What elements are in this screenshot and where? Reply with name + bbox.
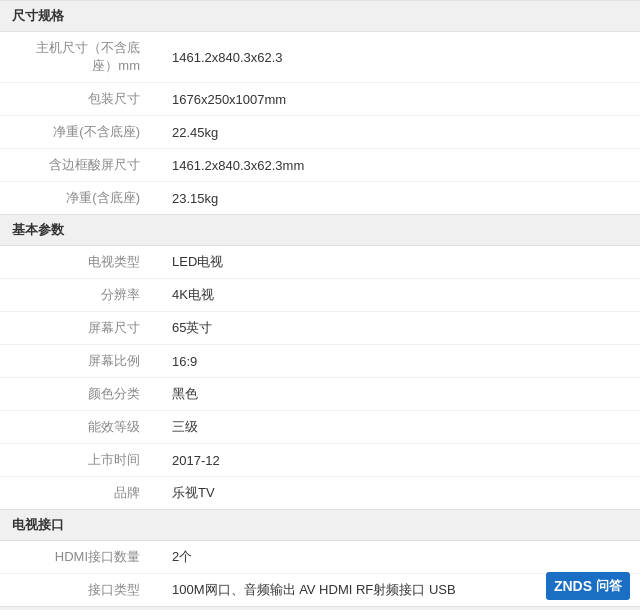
spec-label: 上市时间 — [0, 444, 160, 477]
section-header-tv-interface: 电视接口 — [0, 509, 640, 541]
spec-value: 22.45kg — [160, 116, 640, 149]
spec-label: 主机尺寸（不含底座）mm — [0, 32, 160, 83]
spec-label: 品牌 — [0, 477, 160, 510]
table-row: 接口类型100M网口、音频输出 AV HDMI RF射频接口 USB — [0, 574, 640, 607]
spec-label: 屏幕比例 — [0, 345, 160, 378]
table-row: 主机尺寸（不含底座）mm1461.2x840.3x62.3 — [0, 32, 640, 83]
spec-label: HDMI接口数量 — [0, 541, 160, 574]
spec-value: 黑色 — [160, 378, 640, 411]
table-row: 包装尺寸1676x250x1007mm — [0, 83, 640, 116]
table-row: HDMI接口数量2个 — [0, 541, 640, 574]
spec-label: 颜色分类 — [0, 378, 160, 411]
znds-badge[interactable]: ZNDS 问答 — [546, 572, 630, 600]
spec-value: 1461.2x840.3x62.3mm — [160, 149, 640, 182]
spec-value: 65英寸 — [160, 312, 640, 345]
spec-value: 1676x250x1007mm — [160, 83, 640, 116]
spec-label: 分辨率 — [0, 279, 160, 312]
section-header-image-params: 图像参数 — [0, 606, 640, 610]
spec-value: LED电视 — [160, 246, 640, 279]
table-row: 颜色分类黑色 — [0, 378, 640, 411]
table-row: 屏幕尺寸65英寸 — [0, 312, 640, 345]
section-header-basic-params: 基本参数 — [0, 214, 640, 246]
znds-label: ZNDS — [554, 578, 592, 594]
spec-value: 1461.2x840.3x62.3 — [160, 32, 640, 83]
spec-label: 净重(含底座) — [0, 182, 160, 215]
spec-label: 接口类型 — [0, 574, 160, 607]
spec-value: 16:9 — [160, 345, 640, 378]
table-row: 屏幕比例16:9 — [0, 345, 640, 378]
spec-table-tv-interface: HDMI接口数量2个接口类型100M网口、音频输出 AV HDMI RF射频接口… — [0, 541, 640, 606]
spec-label: 包装尺寸 — [0, 83, 160, 116]
spec-label: 电视类型 — [0, 246, 160, 279]
table-row: 上市时间2017-12 — [0, 444, 640, 477]
spec-label: 能效等级 — [0, 411, 160, 444]
table-row: 能效等级三级 — [0, 411, 640, 444]
table-row: 电视类型LED电视 — [0, 246, 640, 279]
table-row: 净重(不含底座)22.45kg — [0, 116, 640, 149]
table-row: 品牌乐视TV — [0, 477, 640, 510]
wt-label: 问答 — [596, 577, 622, 595]
spec-value: 4K电视 — [160, 279, 640, 312]
spec-value: 2017-12 — [160, 444, 640, 477]
table-row: 含边框酸屏尺寸1461.2x840.3x62.3mm — [0, 149, 640, 182]
spec-value: 23.15kg — [160, 182, 640, 215]
table-row: 分辨率4K电视 — [0, 279, 640, 312]
spec-value: 乐视TV — [160, 477, 640, 510]
spec-value: 2个 — [160, 541, 640, 574]
section-tv-interface: 电视接口HDMI接口数量2个接口类型100M网口、音频输出 AV HDMI RF… — [0, 509, 640, 606]
spec-label: 屏幕尺寸 — [0, 312, 160, 345]
section-header-size-specs: 尺寸规格 — [0, 0, 640, 32]
spec-table-basic-params: 电视类型LED电视分辨率4K电视屏幕尺寸65英寸屏幕比例16:9颜色分类黑色能效… — [0, 246, 640, 509]
table-row: 净重(含底座)23.15kg — [0, 182, 640, 215]
spec-value: 三级 — [160, 411, 640, 444]
section-basic-params: 基本参数电视类型LED电视分辨率4K电视屏幕尺寸65英寸屏幕比例16:9颜色分类… — [0, 214, 640, 509]
section-image-params: 图像参数视频显示格式2160p背光灯类型LED发光二极管扫描方式逐行扫描接收制式… — [0, 606, 640, 610]
spec-table-size-specs: 主机尺寸（不含底座）mm1461.2x840.3x62.3包装尺寸1676x25… — [0, 32, 640, 214]
section-size-specs: 尺寸规格主机尺寸（不含底座）mm1461.2x840.3x62.3包装尺寸167… — [0, 0, 640, 214]
spec-label: 含边框酸屏尺寸 — [0, 149, 160, 182]
page-wrapper: 尺寸规格主机尺寸（不含底座）mm1461.2x840.3x62.3包装尺寸167… — [0, 0, 640, 610]
spec-label: 净重(不含底座) — [0, 116, 160, 149]
